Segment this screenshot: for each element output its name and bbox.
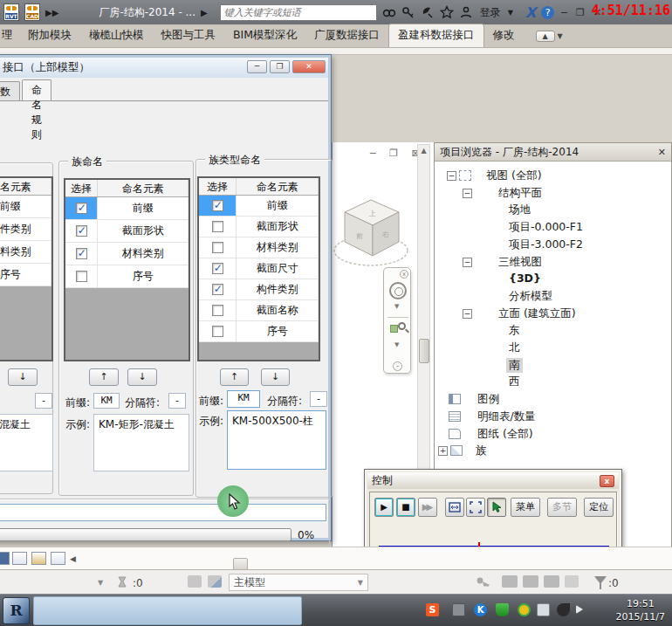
ribbon-tab[interactable]: 附加模块 [19, 24, 80, 47]
window-restore-button[interactable]: ❐ [576, 7, 585, 18]
ribbon-collapse-caret-icon[interactable]: ▼ [558, 32, 563, 40]
user-icon[interactable] [459, 5, 473, 19]
reveal-hidden-icon[interactable] [31, 552, 46, 565]
play-button[interactable]: ▶ [374, 498, 394, 517]
naming-rule-row[interactable]: 序号 [65, 265, 189, 288]
ribbon-tab[interactable]: 橄榄山快模 [80, 24, 153, 47]
left-naming-table[interactable]: 选择命名元素 前缀构件类别材料类别序号 [0, 176, 53, 361]
tree-item-label[interactable]: 图纸 (全部) [475, 427, 536, 442]
tree-item-label[interactable]: {3D} [506, 272, 544, 285]
navbar-collapse-icon[interactable]: - [393, 361, 402, 371]
row-checkbox[interactable] [212, 221, 223, 232]
tree-item[interactable]: 分析模型 [435, 288, 671, 305]
temporary-hide-icon[interactable] [51, 552, 65, 565]
editable-only-icon[interactable] [188, 575, 202, 588]
multi-section-button[interactable]: 多节 [547, 498, 577, 517]
family-prefix-input[interactable]: KM [93, 393, 120, 409]
naming-rule-row[interactable]: 材料类别 [65, 243, 189, 265]
tree-item[interactable]: 图例 [435, 391, 671, 408]
tree-item-label[interactable]: 图例 [475, 392, 502, 407]
fast-forward-button[interactable]: ▶▶ [418, 498, 437, 517]
family-move-down-button[interactable]: ↓ [127, 368, 157, 386]
collapse-icon[interactable]: − [463, 309, 472, 319]
ribbon-tab[interactable]: 快图与工具 [153, 24, 225, 47]
viewbar-expand-icon[interactable]: ◀ [70, 554, 76, 563]
naming-rule-row[interactable]: 前缀 [65, 197, 189, 220]
family-move-up-button[interactable]: ↑ [89, 368, 119, 386]
naming-rule-row[interactable]: 截面形状 [65, 220, 189, 243]
row-checkbox[interactable] [212, 305, 223, 316]
naming-rule-row[interactable]: 材料类别 [199, 237, 319, 258]
tree-item-label[interactable]: 分析模型 [506, 289, 555, 304]
tree-item-label[interactable]: 场地 [506, 203, 533, 217]
toolbar-caret-icon[interactable]: ▼ [508, 9, 513, 17]
naming-rule-row[interactable]: 前缀 [199, 196, 319, 217]
collapse-icon[interactable]: − [463, 189, 472, 198]
window-minimize-button[interactable]: ─ [561, 7, 567, 18]
ribbon-tab[interactable]: BIM模型深化 [224, 24, 305, 47]
dialog-close-button[interactable]: ✕ [292, 60, 326, 73]
row-checkbox[interactable] [212, 200, 223, 211]
collapse-icon[interactable]: − [463, 258, 472, 267]
tree-item[interactable]: 项目-0.000-F1 [435, 219, 671, 236]
snowflake-icon[interactable] [565, 575, 579, 588]
tree-item[interactable]: 场地 [435, 202, 671, 218]
tree-item-label[interactable]: 明细表/数量 [475, 409, 538, 424]
title-flyout-icon[interactable]: ▶ [201, 8, 208, 17]
export-cad-icon[interactable]: CAD [24, 3, 40, 21]
favorites-star-icon[interactable] [440, 5, 454, 19]
ribbon-tab[interactable]: 修改 [484, 24, 524, 47]
expand-icon[interactable]: + [438, 446, 448, 456]
ribbon-tab[interactable]: 盈建科数据接口 [388, 24, 484, 47]
tree-item-label[interactable]: 东 [506, 323, 523, 338]
status-dropdown-icon[interactable]: ▼ [98, 579, 103, 587]
path-input[interactable] [0, 504, 326, 521]
tree-item[interactable]: 东 [435, 322, 671, 339]
tree-item-label[interactable]: 视图 (全部) [483, 169, 545, 183]
workset-icon-1[interactable] [502, 575, 518, 588]
design-option-select[interactable]: 主模型 ▼ [229, 574, 368, 591]
tree-item-label[interactable]: 立面 (建筑立面) [496, 306, 579, 321]
zoom-caret-icon[interactable]: ▼ [394, 341, 399, 348]
naming-rule-row[interactable]: 截面尺寸 [199, 258, 319, 279]
tree-item-label[interactable]: 结构平面 [496, 186, 545, 201]
zoom-tool-icon[interactable] [390, 322, 406, 338]
filter-funnel-icon[interactable] [594, 576, 607, 584]
tree-item[interactable]: 项目-3.000-F2 [435, 237, 671, 253]
ribbon-tab[interactable]: 理 [0, 24, 19, 47]
navbar-close-icon[interactable]: x [400, 270, 408, 279]
tree-item[interactable]: +族 [435, 443, 671, 459]
collapse-icon[interactable]: − [447, 171, 456, 181]
scroll-up-icon[interactable]: ▲ [418, 145, 429, 157]
key-status-icon[interactable] [476, 575, 491, 589]
family-naming-table[interactable]: 选择命名元素 前缀截面形状材料类别序号 [64, 178, 190, 361]
workset-icon-3[interactable] [544, 575, 559, 588]
tab-naming-rules[interactable]: 命名规则 [22, 79, 51, 100]
search-binoculars-icon[interactable] [382, 5, 396, 19]
row-checkbox[interactable] [212, 242, 223, 253]
tree-item-label[interactable]: 南 [506, 358, 523, 373]
select-toggle-icon[interactable] [208, 575, 222, 588]
sogou-s-icon[interactable]: S [426, 603, 439, 616]
steering-wheel-icon[interactable] [389, 282, 407, 299]
row-checkbox[interactable] [76, 203, 87, 214]
tree-item[interactable]: 南 [435, 357, 671, 374]
splitter-handle[interactable] [233, 558, 248, 570]
help-icon[interactable]: ? [541, 6, 554, 19]
naming-rule-row[interactable]: 序号 [199, 321, 319, 342]
row-checkbox[interactable] [76, 248, 87, 259]
tree-item-label[interactable]: 项目-3.000-F2 [506, 237, 586, 252]
media-dish-icon[interactable] [557, 603, 570, 616]
crop-view-icon[interactable] [12, 552, 27, 565]
row-checkbox[interactable] [76, 271, 87, 282]
k-circle-icon[interactable]: K [474, 603, 487, 616]
row-checkbox[interactable] [212, 326, 223, 337]
tree-item-label[interactable]: 项目-0.000-F1 [506, 220, 586, 235]
quickbar-expand-icon[interactable]: ▶▶ [45, 8, 58, 17]
row-checkbox[interactable] [76, 225, 87, 237]
green-plus-icon[interactable] [518, 603, 531, 616]
tree-item[interactable]: −三维视图 [435, 254, 671, 271]
fit-window-button[interactable] [445, 498, 464, 517]
dialog-restore-button[interactable]: ❐ [270, 60, 290, 73]
shield-icon[interactable] [496, 603, 509, 616]
